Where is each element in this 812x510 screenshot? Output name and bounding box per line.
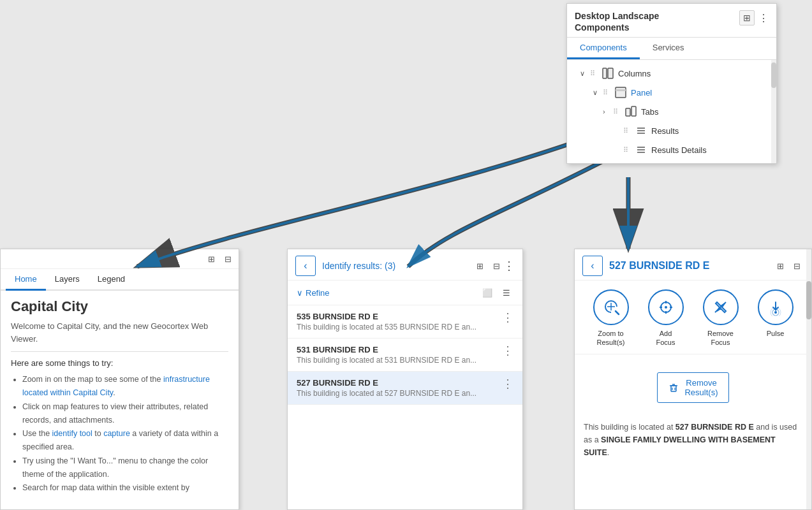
svg-rect-0 bbox=[603, 68, 607, 78]
more-icon[interactable]: ⋮ bbox=[502, 345, 513, 356]
desktop-panel-header: Desktop Landscape Components ⊞ ⋮ bbox=[567, 4, 776, 38]
details-actions: Zoom toResult(s) AddFocus bbox=[575, 280, 811, 354]
tab-legend[interactable]: Legend bbox=[89, 269, 134, 291]
result-text: 531 BURNSIDE RD E This building is locat… bbox=[297, 345, 476, 365]
refine-icons: ⬜ ☰ bbox=[480, 286, 513, 300]
zoom-to-results-button[interactable]: Zoom toResult(s) bbox=[588, 289, 634, 347]
tree-label: Tabs bbox=[641, 107, 658, 117]
tab-layers[interactable]: Layers bbox=[46, 269, 89, 291]
result-desc: This building is located at 531 BURNSIDE… bbox=[297, 356, 476, 365]
add-focus-label: AddFocus bbox=[656, 329, 675, 347]
results-icon bbox=[635, 124, 647, 137]
svg-point-15 bbox=[665, 306, 667, 309]
scrollbar-thumb bbox=[806, 281, 811, 319]
result-title: 535 BURNSIDE RD E bbox=[297, 312, 476, 321]
home-panel-content: Capital City Welcome to Capital City, an… bbox=[1, 291, 239, 505]
more-icon[interactable]: ⋮ bbox=[502, 378, 513, 390]
home-list: Zoom in on the map to see some of the in… bbox=[11, 373, 228, 495]
identify-title: Identify results: (3) bbox=[322, 261, 473, 271]
pulse-icon bbox=[758, 289, 794, 325]
pulse-label: Pulse bbox=[767, 329, 785, 338]
more-options-icon[interactable]: ⋮ bbox=[758, 12, 769, 24]
back-button[interactable]: ‹ bbox=[295, 256, 316, 276]
grid-icon[interactable]: ⬜ bbox=[480, 286, 494, 300]
remove-focus-button[interactable]: RemoveFocus bbox=[698, 289, 744, 347]
list-item: Zoom in on the map to see some of the in… bbox=[22, 373, 228, 400]
identify-header: ‹ Identify results: (3) ⊞ ⊟ ⋮ bbox=[288, 249, 522, 280]
drag-handle[interactable]: ⠿ bbox=[623, 127, 632, 135]
tab-home[interactable]: Home bbox=[6, 269, 46, 291]
list-item: Use the identify tool to capture a varie… bbox=[22, 427, 228, 455]
result-item[interactable]: 535 BURNSIDE RD E This building is locat… bbox=[288, 305, 522, 339]
drag-handle[interactable]: ⠿ bbox=[590, 69, 599, 78]
expand-icon[interactable]: ⊞ bbox=[204, 252, 218, 266]
refine-chevron: ∨ bbox=[297, 288, 303, 298]
add-focus-icon bbox=[648, 289, 684, 325]
details-scrollbar[interactable] bbox=[806, 249, 811, 509]
list-icon[interactable]: ☰ bbox=[499, 286, 513, 300]
result-desc: This building is located at 535 BURNSIDE… bbox=[297, 323, 476, 332]
svg-rect-2 bbox=[616, 87, 626, 98]
result-item-selected[interactable]: 527 BURNSIDE RD E This building is locat… bbox=[288, 372, 522, 405]
back-button[interactable]: ‹ bbox=[582, 256, 603, 276]
svg-rect-3 bbox=[616, 89, 626, 91]
home-panel-title: Capital City bbox=[11, 298, 228, 315]
expand-icon[interactable]: ⊞ bbox=[773, 259, 787, 273]
tree-label: Panel bbox=[631, 88, 652, 98]
tree-body: ∨ ⠿ Columns ∨ ⠿ Panel › bbox=[567, 60, 776, 163]
tree-item-tabs[interactable]: › ⠿ Tabs bbox=[567, 102, 776, 121]
drag-handle[interactable]: ⠿ bbox=[613, 108, 622, 116]
chevron-icon: › bbox=[603, 108, 613, 115]
details-header: ‹ 527 BURNSIDE RD E ⊞ ⊟ bbox=[575, 249, 811, 280]
identify-toolbar: ⊞ ⊟ bbox=[473, 259, 503, 273]
result-title: 527 BURNSIDE RD E bbox=[297, 378, 476, 388]
expand-icon[interactable]: ⊞ bbox=[473, 259, 487, 273]
details-panel: ‹ 527 BURNSIDE RD E ⊞ ⊟ Zoom toResult(s) bbox=[574, 249, 812, 510]
result-item[interactable]: 531 BURNSIDE RD E This building is locat… bbox=[288, 339, 522, 372]
home-panel-tabs: Home Layers Legend bbox=[1, 269, 239, 291]
result-text: 527 BURNSIDE RD E This building is locat… bbox=[297, 378, 476, 398]
remove-result-label: RemoveResult(s) bbox=[684, 378, 718, 397]
tabs-icon bbox=[624, 105, 637, 118]
drag-handle[interactable]: ⠿ bbox=[623, 146, 632, 154]
refine-button[interactable]: ∨ Refine bbox=[297, 288, 330, 298]
desktop-panel-tabs: Components Services bbox=[567, 38, 776, 60]
desktop-panel-icons: ⊞ ⋮ bbox=[739, 10, 769, 26]
tree-label: Results bbox=[651, 126, 679, 136]
pulse-button[interactable]: Pulse bbox=[753, 289, 799, 347]
drag-handle[interactable]: ⠿ bbox=[603, 89, 612, 97]
details-toolbar: ⊞ ⊟ bbox=[773, 259, 804, 273]
tree-label: Results Details bbox=[651, 145, 707, 155]
list-item: Try using the "I Want To..." menu to cha… bbox=[22, 455, 228, 482]
remove-result-section: RemoveResult(s) bbox=[575, 354, 811, 414]
tab-components[interactable]: Components bbox=[567, 38, 640, 59]
more-menu-icon[interactable]: ⋮ bbox=[503, 259, 515, 273]
layout-icon-button[interactable]: ⊞ bbox=[739, 10, 755, 26]
add-focus-button[interactable]: AddFocus bbox=[643, 289, 689, 347]
refine-row: ∨ Refine ⬜ ☰ bbox=[288, 280, 522, 305]
list-item: Click on map features to view their attr… bbox=[22, 400, 228, 428]
chevron-icon: ∨ bbox=[580, 69, 590, 78]
svg-rect-4 bbox=[626, 108, 630, 116]
remove-result-button[interactable]: RemoveResult(s) bbox=[657, 372, 728, 403]
tree-item-panel[interactable]: ∨ ⠿ Panel bbox=[567, 83, 776, 102]
remove-focus-icon bbox=[703, 289, 739, 325]
tree-label: Columns bbox=[618, 69, 651, 78]
collapse-icon[interactable]: ⊟ bbox=[790, 259, 804, 273]
trash-icon bbox=[668, 382, 679, 393]
refine-text: Refine bbox=[306, 288, 330, 298]
home-hint: Here are some things to try: bbox=[11, 358, 228, 368]
remove-focus-label: RemoveFocus bbox=[707, 329, 734, 347]
results-details-icon bbox=[635, 143, 647, 156]
collapse-icon[interactable]: ⊟ bbox=[221, 252, 235, 266]
tab-services[interactable]: Services bbox=[640, 38, 697, 59]
desktop-panel-title: Desktop Landscape Components bbox=[575, 10, 659, 33]
tree-item-columns[interactable]: ∨ ⠿ Columns bbox=[567, 64, 776, 83]
collapse-icon[interactable]: ⊟ bbox=[489, 259, 503, 273]
tree-item-results[interactable]: ⠿ Results bbox=[567, 121, 776, 140]
result-desc: This building is located at 527 BURNSIDE… bbox=[297, 389, 476, 398]
more-icon[interactable]: ⋮ bbox=[502, 312, 513, 323]
svg-rect-1 bbox=[608, 68, 613, 78]
divider bbox=[11, 351, 228, 352]
tree-item-results-details[interactable]: ⠿ Results Details bbox=[567, 140, 776, 159]
